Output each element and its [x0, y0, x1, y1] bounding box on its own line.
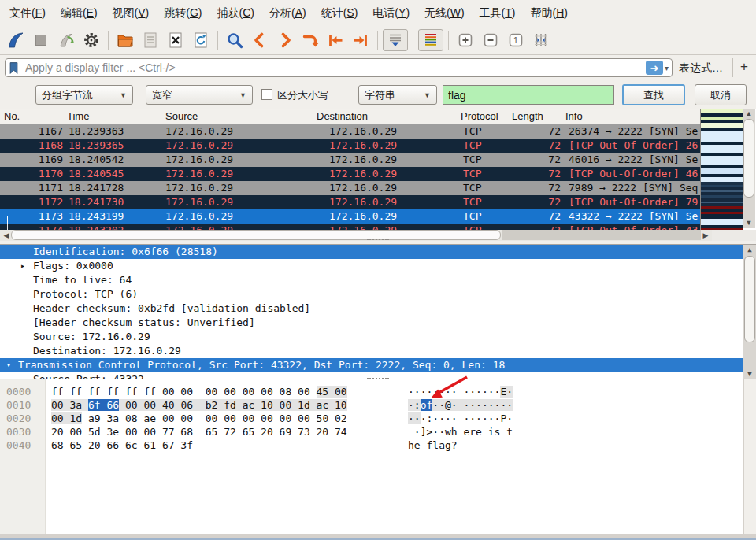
packet-row[interactable]: 117318.243199172.16.0.29172.16.0.29TCP72… — [0, 209, 700, 224]
zoom-100-button[interactable]: 1 — [504, 29, 528, 51]
menu-f[interactable]: 文件(F) — [9, 6, 46, 20]
hex-row[interactable]: 0000ff ff ff ff ff ff 00 00 00 00 00 00 … — [0, 385, 756, 398]
go-forward-button[interactable] — [273, 29, 297, 51]
close-file-button[interactable] — [164, 29, 187, 51]
scroll-down-icon[interactable]: ▼ — [743, 218, 755, 228]
hex-ascii[interactable]: ·:of··@· ········ — [408, 398, 513, 412]
go-to-packet-button[interactable] — [298, 29, 322, 51]
packet-row[interactable]: 116718.239363172.16.0.29172.16.0.29TCP72… — [0, 124, 700, 139]
expander-closed-icon[interactable]: ▸ — [20, 259, 25, 273]
packet-row[interactable]: 116918.240542172.16.0.29172.16.0.29TCP72… — [0, 153, 700, 167]
column-header-source[interactable]: Source — [165, 110, 198, 122]
save-file-button[interactable] — [139, 29, 162, 51]
column-header-time[interactable]: Time — [67, 110, 89, 122]
auto-scroll-button[interactable] — [383, 29, 408, 51]
go-back-button[interactable] — [248, 29, 272, 51]
start-capture-button[interactable] — [4, 29, 28, 51]
menu-s[interactable]: 统计(S) — [321, 6, 358, 20]
apply-filter-button[interactable]: ➜ — [646, 61, 663, 75]
zoom-in-button[interactable] — [454, 29, 477, 51]
detail-line[interactable]: ▸Flags: 0x0000 — [0, 259, 743, 273]
capture-options-button[interactable] — [80, 29, 103, 51]
menu-v[interactable]: 视图(V) — [113, 6, 150, 20]
hex-row[interactable]: 004068 65 20 66 6c 61 67 3fhe flag? — [0, 438, 756, 452]
hex-scrollbar-track[interactable] — [743, 379, 756, 534]
scrollbar-track[interactable] — [502, 230, 701, 240]
resize-columns-button[interactable] — [529, 29, 553, 51]
display-filter-field[interactable]: ➜ ▾ — [5, 58, 673, 77]
expression-button[interactable]: 表达式… — [679, 61, 723, 76]
hex-ascii[interactable]: ········ ······E· — [408, 385, 513, 398]
hex-ascii[interactable]: ···:···· ······P· — [408, 412, 513, 425]
go-last-button[interactable] — [349, 29, 372, 51]
bookmark-icon[interactable] — [8, 61, 20, 75]
hex-row[interactable]: 003020 00 5d 3e 00 00 77 68 65 72 65 20 … — [0, 425, 756, 438]
column-header-info[interactable]: Info — [565, 110, 583, 122]
pane-splitter[interactable] — [367, 239, 389, 242]
find-button[interactable]: 查找 — [622, 84, 685, 105]
packet-list-horizontal-scrollbar[interactable]: ◀ ▶ — [0, 230, 712, 241]
packet-row[interactable]: 117118.241728172.16.0.29172.16.0.29TCP72… — [0, 181, 700, 195]
detail-line[interactable]: ▾Transmission Control Protocol, Src Port… — [0, 358, 743, 372]
column-header-protocol[interactable]: Protocol — [461, 110, 498, 122]
menu-y[interactable]: 电话(Y) — [372, 6, 410, 20]
hex-row[interactable]: 001000 3a 6f 66 00 00 40 06 b2 fd ac 10 … — [0, 398, 756, 412]
hex-bytes[interactable]: 20 00 5d 3e 00 00 77 68 65 72 65 20 69 7… — [51, 425, 347, 438]
scroll-right-icon[interactable]: ▶ — [699, 230, 712, 241]
restart-capture-button[interactable] — [54, 29, 78, 51]
column-header-no[interactable]: No. — [4, 110, 20, 122]
zoom-out-button[interactable] — [479, 29, 502, 51]
intelligent-scrollbar-minimap[interactable] — [700, 109, 743, 230]
char-width-dropdown[interactable]: 宽窄▼ — [146, 85, 253, 105]
detail-line[interactable]: [Header checksum status: Unverified] — [0, 316, 743, 330]
find-packet-button[interactable] — [223, 29, 246, 51]
search-scope-dropdown[interactable]: 分组字节流▼ — [35, 85, 133, 105]
menu-t[interactable]: 工具(T) — [480, 6, 516, 20]
packet-list-vertical-scrollbar[interactable]: ▲ ▼ — [743, 109, 755, 228]
hex-bytes[interactable]: 00 1d a9 3a 08 ae 00 00 00 00 00 00 00 0… — [51, 412, 347, 425]
go-first-button[interactable] — [324, 29, 347, 51]
add-filter-button[interactable]: + — [740, 59, 748, 75]
hex-ascii[interactable]: ·]>··wh ere is t — [408, 425, 513, 438]
stop-capture-button[interactable] — [29, 29, 53, 51]
filter-history-caret-icon[interactable]: ▾ — [665, 64, 669, 72]
menu-a[interactable]: 分析(A) — [269, 6, 306, 20]
find-query-input[interactable] — [443, 85, 614, 105]
colorize-button[interactable] — [418, 29, 443, 51]
detail-line[interactable]: Destination: 172.16.0.29 — [0, 344, 743, 358]
column-header-destination[interactable]: Destination — [317, 110, 368, 122]
search-type-dropdown[interactable]: 字符串▼ — [358, 85, 437, 105]
hex-row[interactable]: 002000 1d a9 3a 08 ae 00 00 00 00 00 00 … — [0, 412, 756, 425]
menu-h[interactable]: 帮助(H) — [531, 6, 568, 20]
menu-e[interactable]: 编辑(E) — [61, 6, 98, 20]
packet-row[interactable]: 117018.240545172.16.0.29172.16.0.29TCP72… — [0, 167, 700, 181]
cancel-button[interactable]: 取消 — [695, 84, 747, 105]
scroll-up-icon[interactable]: ▲ — [743, 109, 755, 119]
scrollbar-thumb[interactable] — [11, 230, 501, 240]
hex-ascii[interactable]: he flag? — [408, 438, 458, 452]
menu-g[interactable]: 跳转(G) — [164, 6, 202, 20]
packet-row[interactable]: 116818.239365172.16.0.29172.16.0.29TCP72… — [0, 139, 700, 153]
column-header-length[interactable]: Length — [512, 110, 543, 122]
display-filter-input[interactable] — [22, 61, 646, 74]
hex-bytes[interactable]: 68 65 20 66 6c 61 67 3f — [51, 438, 193, 452]
case-sensitive-checkbox[interactable] — [261, 89, 272, 100]
scrollbar-thumb[interactable] — [743, 119, 754, 198]
menu-c[interactable]: 捕获(C) — [217, 6, 254, 20]
scrollbar-thumb[interactable] — [744, 256, 755, 342]
reload-file-button[interactable] — [189, 29, 213, 51]
open-file-button[interactable] — [113, 29, 137, 51]
detail-line[interactable]: Header checksum: 0xb2fd [validation disa… — [0, 301, 743, 316]
detail-line[interactable]: Time to live: 64 — [0, 273, 743, 287]
hex-bytes[interactable]: 00 3a 6f 66 00 00 40 06 b2 fd ac 10 00 1… — [51, 398, 347, 412]
detail-vertical-scrollbar[interactable]: ▲ ▼ — [743, 245, 756, 379]
expander-open-icon[interactable]: ▾ — [6, 358, 11, 372]
packet-row[interactable]: 117418.243202172.16.0.29172.16.0.29TCP72… — [0, 224, 700, 230]
scroll-up-icon[interactable]: ▲ — [743, 245, 756, 255]
menu-w[interactable]: 无线(W) — [424, 6, 465, 20]
hex-dump-pane[interactable]: 0000ff ff ff ff ff ff 00 00 00 00 00 00 … — [0, 379, 756, 534]
packet-row[interactable]: 117218.241730172.16.0.29172.16.0.29TCP72… — [0, 195, 700, 209]
detail-line[interactable]: Identification: 0x6f66 (28518) — [0, 245, 743, 259]
detail-line[interactable]: Protocol: TCP (6) — [0, 287, 743, 301]
detail-line[interactable]: Source: 172.16.0.29 — [0, 330, 743, 344]
